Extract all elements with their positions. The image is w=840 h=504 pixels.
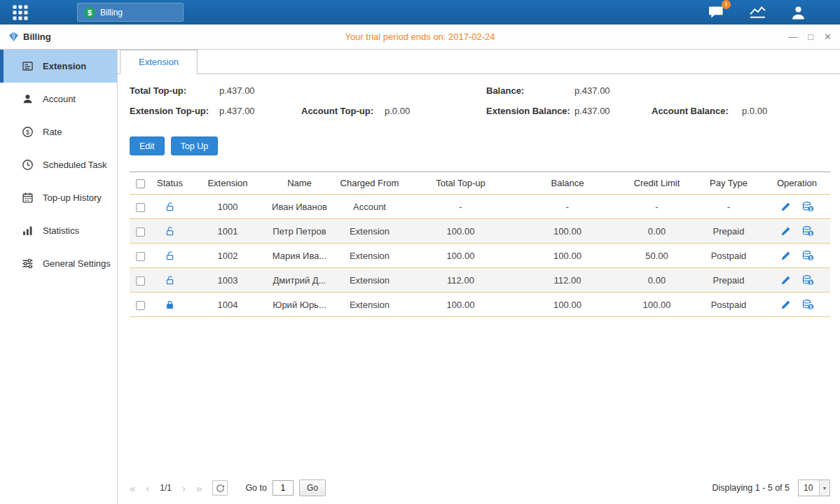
status-unlocked-icon [165, 251, 175, 261]
main-content: Extension Total Top-up: p.437.00 Balance… [118, 50, 840, 504]
sidebar-item-label: Scheduled Task [43, 160, 107, 170]
cell-charged-from: Extension [333, 268, 406, 293]
row-checkbox[interactable] [136, 276, 145, 286]
cell-balance: - [515, 195, 620, 219]
pagination-bar: « ‹ 1/1 › » Go to Go Displaying 1 - 5 of… [130, 477, 830, 498]
sidebar-item-account[interactable]: Account [0, 83, 117, 115]
status-unlocked-icon [165, 275, 175, 286]
app-tab-label: Billing [100, 8, 123, 18]
cell-checkbox [130, 244, 151, 268]
dollar-icon: $ [84, 7, 95, 18]
minimize-button[interactable]: — [788, 32, 797, 41]
cell-status [151, 244, 189, 268]
col-header-extension: Extension [189, 172, 266, 195]
cell-extension: 1003 [189, 268, 266, 293]
row-checkbox[interactable] [136, 227, 145, 237]
goto-page-input[interactable] [273, 480, 294, 496]
table-row: 1003 Дмитрий Д... Extension 112.00 112.0… [130, 268, 830, 293]
edit-button[interactable]: Edit [130, 136, 165, 155]
table-header-row: Status Extension Name Charged From Total… [130, 172, 830, 195]
row-checkbox[interactable] [136, 203, 145, 212]
refresh-button[interactable] [212, 480, 228, 496]
extension-icon [21, 60, 34, 72]
tab-extension[interactable]: Extension [120, 50, 198, 74]
cell-credit-limit: 0.00 [620, 219, 694, 244]
account-icon [21, 93, 34, 105]
total-topup-label: Total Top-up: [130, 84, 219, 98]
chevron-down-icon: ▼ [819, 480, 829, 496]
edit-icon[interactable] [780, 226, 791, 237]
sidebar-item-scheduled-task[interactable]: Scheduled Task [0, 148, 117, 181]
table-row: 1001 Петр Петров Extension 100.00 100.00… [130, 219, 830, 244]
close-button[interactable]: ✕ [824, 32, 832, 41]
page-indicator: 1/1 [160, 483, 172, 493]
edit-icon[interactable] [780, 251, 791, 261]
extension-balance-value: p.437.00 [574, 104, 652, 118]
cell-operation [764, 195, 830, 219]
next-page-button[interactable]: › [182, 483, 186, 493]
sidebar: Extension Account Rate Scheduled Task To… [0, 50, 118, 504]
topbar-right: ! [708, 5, 806, 20]
col-header-total-topup: Total Top-up [406, 172, 515, 195]
topup-icon[interactable] [802, 225, 814, 237]
cell-name: Дмитрий Д... [266, 268, 333, 293]
sidebar-item-extension[interactable]: Extension [0, 50, 117, 83]
cell-checkbox [130, 219, 151, 244]
topup-icon[interactable] [802, 201, 814, 212]
sidebar-item-rate[interactable]: Rate [0, 115, 117, 148]
user-icon[interactable] [790, 5, 806, 20]
balance-value: p.437.00 [574, 84, 652, 98]
page-size-select[interactable]: 10 ▼ [798, 479, 830, 496]
topup-history-icon [21, 192, 34, 204]
sidebar-item-statistics[interactable]: Statistics [0, 214, 117, 247]
chat-icon[interactable]: ! [708, 5, 725, 20]
col-header-charged-from: Charged From [333, 172, 406, 195]
cell-credit-limit: 0.00 [620, 268, 694, 293]
sidebar-item-label: General Settings [43, 258, 111, 269]
cell-balance: 100.00 [515, 219, 620, 244]
cell-balance: 100.00 [515, 293, 620, 317]
page-size-value: 10 [799, 483, 819, 493]
maximize-button[interactable]: □ [808, 32, 813, 41]
goto-label: Go to [245, 483, 267, 493]
first-page-button[interactable]: « [130, 483, 135, 493]
cell-total-topup: 100.00 [406, 244, 515, 268]
cell-pay-type: Prepaid [694, 219, 764, 244]
topup-icon[interactable] [802, 274, 814, 286]
col-header-pay-type: Pay Type [694, 172, 764, 195]
titlebar: Billing Your trial period ends on: 2017-… [0, 24, 840, 50]
edit-icon[interactable] [780, 275, 791, 286]
notification-badge: ! [722, 0, 731, 9]
topup-icon[interactable] [802, 299, 814, 310]
apps-grid-icon[interactable] [0, 0, 41, 24]
cell-operation [764, 244, 830, 268]
sidebar-item-general-settings[interactable]: General Settings [0, 247, 117, 280]
sidebar-item-label: Top-up History [43, 192, 102, 203]
pagination-nav: « ‹ 1/1 › » Go to Go [130, 479, 326, 496]
col-header-balance: Balance [515, 172, 620, 195]
col-header-status: Status [151, 172, 189, 195]
cell-extension: 1001 [189, 219, 266, 244]
sidebar-item-label: Account [43, 94, 76, 104]
edit-icon[interactable] [780, 300, 791, 310]
row-checkbox[interactable] [136, 252, 145, 261]
billing-app-tab[interactable]: $ Billing [77, 3, 184, 22]
top-up-button[interactable]: Top Up [171, 136, 219, 155]
sidebar-item-topup-history[interactable]: Top-up History [0, 181, 117, 214]
sidebar-item-label: Statistics [43, 225, 79, 236]
row-checkbox[interactable] [136, 301, 145, 310]
topup-icon[interactable] [802, 250, 814, 261]
go-button[interactable]: Go [299, 479, 326, 496]
prev-page-button[interactable]: ‹ [146, 483, 149, 493]
cell-credit-limit: 50.00 [620, 244, 694, 268]
last-page-button[interactable]: » [196, 483, 202, 493]
edit-icon[interactable] [780, 202, 791, 212]
displaying-info: Displaying 1 - 5 of 5 [712, 483, 790, 493]
cell-checkbox [130, 195, 151, 219]
cell-extension: 1000 [189, 195, 266, 219]
cell-operation [764, 268, 830, 293]
sidebar-item-label: Rate [43, 127, 62, 137]
window-controls: — □ ✕ [788, 32, 832, 41]
select-all-checkbox[interactable] [136, 179, 145, 188]
stats-chart-icon[interactable] [749, 5, 766, 20]
